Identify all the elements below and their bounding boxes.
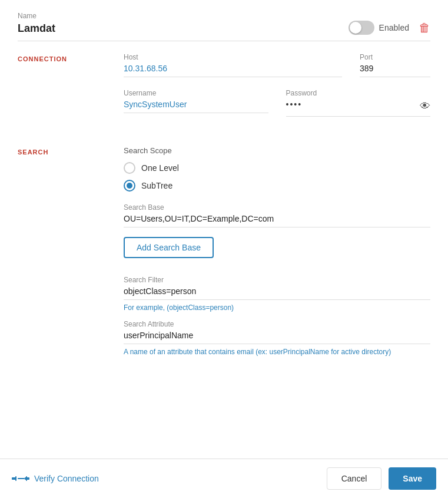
name-label: Name bbox=[18, 12, 349, 20]
username-field: Username SyncSystemUser bbox=[124, 89, 268, 117]
username-password-row: Username SyncSystemUser Password •••• 👁 bbox=[124, 89, 430, 117]
host-field: Host 10.31.68.56 bbox=[124, 53, 342, 77]
name-field: Name Lamdat bbox=[18, 12, 349, 35]
search-attr-label: Search Attribute bbox=[124, 320, 430, 328]
search-filter-value[interactable]: objectClass=person bbox=[124, 286, 430, 300]
search-section: SEARCH Search Scope One Level SubTree Se… bbox=[18, 146, 430, 356]
password-field: Password •••• 👁 bbox=[286, 89, 431, 117]
search-base-value[interactable]: OU=Users,OU=IT,DC=Example,DC=com bbox=[124, 214, 430, 227]
radio-text-subtree: SubTree bbox=[141, 181, 172, 190]
name-value: Lamdat bbox=[18, 22, 349, 35]
toggle-knob bbox=[350, 22, 361, 34]
username-value[interactable]: SyncSystemUser bbox=[124, 100, 268, 113]
connection-section-label: CONNECTION bbox=[18, 53, 124, 128]
main-content: Name Lamdat Enabled 🗑 CONNECTION bbox=[0, 0, 448, 459]
search-attribute-section: Search Attribute userPrincipalName A nam… bbox=[124, 320, 430, 356]
name-row: Name Lamdat Enabled 🗑 bbox=[18, 12, 430, 35]
eye-icon[interactable]: 👁 bbox=[420, 100, 430, 113]
search-filter-hint-text: For example, (objectClass=person) bbox=[124, 304, 234, 312]
enabled-label: Enabled bbox=[379, 23, 409, 32]
search-filter-label: Search Filter bbox=[124, 276, 430, 284]
radio-circle-one-level[interactable] bbox=[124, 162, 135, 174]
enabled-toggle-wrapper: Enabled bbox=[349, 21, 409, 35]
connection-section: CONNECTION Host 10.31.68.56 Port 389 bbox=[18, 53, 430, 128]
search-filter-hint: For example, (objectClass=person) bbox=[124, 304, 430, 312]
verify-connection-button[interactable]: Verify Connection bbox=[12, 473, 99, 484]
cancel-button[interactable]: Cancel bbox=[327, 467, 382, 490]
search-attr-hint: A name of an attribute that contains ema… bbox=[124, 348, 430, 356]
search-attr-value[interactable]: userPrincipalName bbox=[124, 331, 430, 344]
host-value[interactable]: 10.31.68.56 bbox=[124, 64, 342, 77]
radio-text-one-level: One Level bbox=[141, 163, 179, 173]
search-scope-label: Search Scope bbox=[124, 146, 430, 155]
verify-label: Verify Connection bbox=[34, 474, 99, 483]
host-label: Host bbox=[124, 53, 342, 61]
footer-right: Cancel Save bbox=[327, 467, 436, 490]
footer: Verify Connection Cancel Save bbox=[0, 459, 448, 498]
port-field: Port 389 bbox=[360, 53, 430, 77]
search-base-label: Search Base bbox=[124, 203, 430, 212]
add-search-base-button[interactable]: Add Search Base bbox=[124, 237, 214, 258]
name-right: Enabled 🗑 bbox=[349, 21, 430, 35]
port-label: Port bbox=[360, 53, 430, 61]
hint-link2[interactable]: userPrincipalName bbox=[269, 348, 328, 356]
radio-one-level[interactable]: One Level bbox=[124, 162, 430, 174]
connection-fields: Host 10.31.68.56 Port 389 Username SyncS… bbox=[124, 53, 430, 128]
search-section-label: SEARCH bbox=[18, 146, 124, 356]
password-row: •••• 👁 bbox=[286, 100, 431, 117]
page-container: Name Lamdat Enabled 🗑 CONNECTION bbox=[0, 0, 448, 498]
svg-rect-4 bbox=[26, 476, 27, 481]
username-label: Username bbox=[124, 89, 268, 97]
svg-rect-2 bbox=[18, 478, 25, 479]
enabled-toggle[interactable] bbox=[349, 21, 374, 35]
hint-post: for active directory) bbox=[329, 348, 391, 356]
save-button[interactable]: Save bbox=[389, 467, 436, 490]
search-scope-radio-group: One Level SubTree bbox=[124, 162, 430, 192]
hint-link1[interactable]: attribute bbox=[167, 348, 193, 356]
radio-subtree[interactable]: SubTree bbox=[124, 180, 430, 192]
hint-mid: that contains email (ex: bbox=[193, 348, 269, 356]
host-port-row: Host 10.31.68.56 Port 389 bbox=[124, 53, 430, 77]
hint-pre: A name of an bbox=[124, 348, 167, 356]
search-filter-section: Search Filter objectClass=person For exa… bbox=[124, 276, 430, 312]
svg-rect-1 bbox=[15, 476, 16, 481]
port-value[interactable]: 389 bbox=[360, 64, 430, 77]
password-value[interactable]: •••• bbox=[286, 100, 303, 113]
password-label: Password bbox=[286, 89, 431, 97]
search-fields: Search Scope One Level SubTree Search Ba… bbox=[124, 146, 430, 356]
radio-circle-subtree[interactable] bbox=[124, 180, 135, 192]
verify-icon bbox=[12, 473, 31, 484]
name-divider bbox=[18, 41, 430, 41]
delete-icon[interactable]: 🗑 bbox=[419, 21, 430, 35]
